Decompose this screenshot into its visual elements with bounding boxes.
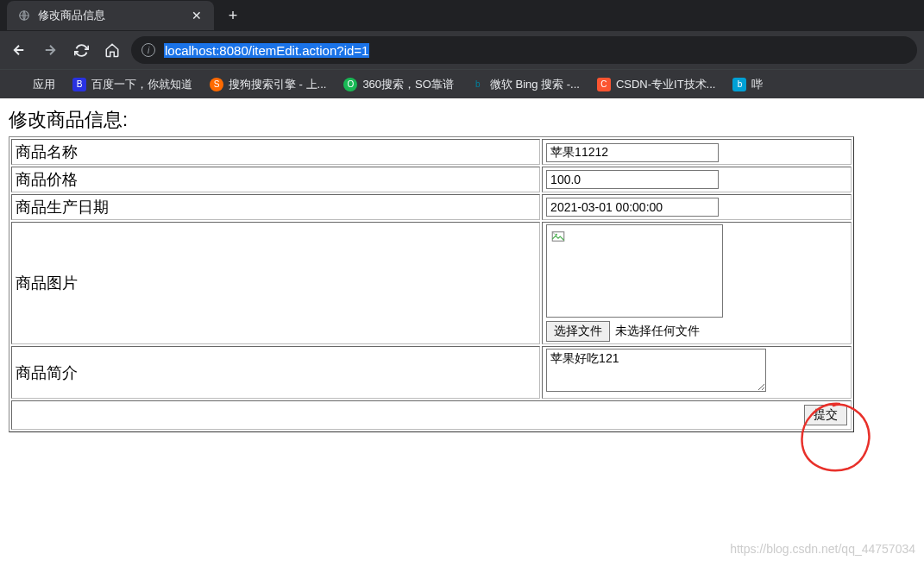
bing-icon: b [471, 78, 485, 91]
row-name: 商品名称 [11, 139, 852, 165]
browser-tab[interactable]: 修改商品信息 ✕ [7, 1, 214, 30]
label-desc: 商品简介 [11, 346, 540, 399]
row-submit: 提交 [11, 400, 852, 430]
reload-button[interactable] [69, 38, 93, 62]
apps-icon [14, 78, 28, 91]
close-icon[interactable]: ✕ [190, 9, 204, 22]
bookmarks-bar: 应用 B 百度一下，你就知道 S 搜狗搜索引擎 - 上... O 360搜索，S… [0, 69, 924, 98]
forward-button[interactable] [38, 38, 62, 62]
date-input[interactable] [546, 198, 719, 217]
broken-image-icon [546, 224, 723, 318]
bookmark-apps[interactable]: 应用 [7, 73, 62, 96]
info-icon: i [141, 43, 155, 57]
bilibili-icon: b [732, 78, 746, 91]
address-bar[interactable]: i localhost:8080/itemEdit.action?id=1 [131, 36, 917, 64]
choose-file-button[interactable]: 选择文件 [546, 321, 610, 342]
bookmark-sogou[interactable]: S 搜狗搜索引擎 - 上... [203, 73, 333, 96]
label-date: 商品生产日期 [11, 194, 540, 220]
row-price: 商品价格 [11, 167, 852, 192]
baidu-icon: B [72, 78, 86, 91]
label-name: 商品名称 [11, 139, 540, 165]
cell-date-input [542, 194, 852, 220]
so360-icon: O [343, 78, 357, 91]
submit-button[interactable]: 提交 [804, 405, 847, 425]
bookmark-csdn[interactable]: C CSDN-专业IT技术... [590, 73, 723, 96]
file-status: 未选择任何文件 [615, 324, 700, 339]
browser-chrome: 修改商品信息 ✕ + i localhost:8080/itemEdit.act… [0, 0, 924, 98]
globe-icon [17, 9, 31, 22]
file-row: 选择文件 未选择任何文件 [546, 321, 847, 342]
url-text: localhost:8080/itemEdit.action?id=1 [164, 43, 369, 58]
product-form-table: 商品名称 商品价格 商品生产日期 商品图片 选择文件 [9, 136, 854, 432]
tab-title: 修改商品信息 [38, 8, 183, 23]
cell-price-input [542, 167, 852, 192]
page-content: 修改商品信息: 商品名称 商品价格 商品生产日期 商品图片 [0, 98, 924, 441]
cell-desc-input [542, 346, 852, 399]
cell-name-input [542, 139, 852, 165]
page-title: 修改商品信息: [9, 107, 915, 133]
row-image: 商品图片 选择文件 未选择任何文件 [11, 222, 852, 344]
back-button[interactable] [7, 38, 31, 62]
desc-textarea[interactable] [546, 349, 766, 392]
price-input[interactable] [546, 170, 719, 189]
svg-point-2 [556, 234, 557, 236]
cell-image-input: 选择文件 未选择任何文件 [542, 222, 852, 344]
row-desc: 商品简介 [11, 346, 852, 399]
csdn-icon: C [597, 78, 611, 91]
bookmark-baidu[interactable]: B 百度一下，你就知道 [66, 73, 199, 96]
sogou-icon: S [210, 78, 223, 91]
row-date: 商品生产日期 [11, 194, 852, 220]
nav-bar: i localhost:8080/itemEdit.action?id=1 [0, 31, 924, 69]
watermark: https://blog.csdn.net/qq_44757034 [730, 542, 915, 556]
home-button[interactable] [100, 38, 124, 62]
label-image: 商品图片 [11, 222, 540, 344]
bookmark-360[interactable]: O 360搜索，SO靠谱 [336, 73, 460, 96]
bookmark-bing[interactable]: b 微软 Bing 搜索 -... [464, 73, 587, 96]
new-tab-button[interactable]: + [221, 3, 245, 28]
cell-submit: 提交 [11, 400, 852, 430]
label-price: 商品价格 [11, 167, 540, 192]
tab-bar: 修改商品信息 ✕ + [0, 0, 924, 31]
name-input[interactable] [546, 143, 719, 162]
bookmark-bilibili[interactable]: b 哔 [726, 73, 770, 96]
